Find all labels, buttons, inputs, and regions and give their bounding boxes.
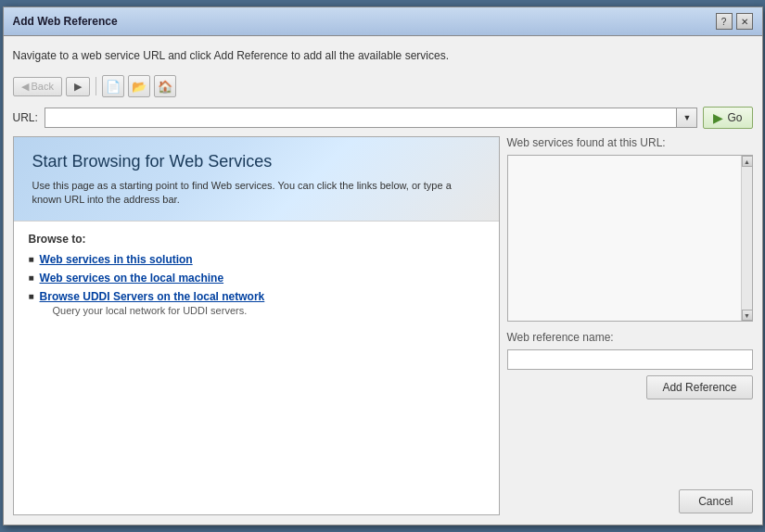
browse-heading: Start Browsing for Web Services — [32, 152, 480, 171]
cancel-button[interactable]: Cancel — [679, 489, 752, 513]
home-icon-button[interactable]: 🏠 — [154, 75, 176, 97]
ref-name-input[interactable] — [507, 349, 753, 370]
scroll-track — [742, 167, 753, 310]
toolbar-separator — [96, 77, 96, 95]
browse-link-item-2: ■ Web services on the local machine — [29, 272, 484, 285]
scroll-up-button[interactable]: ▲ — [742, 156, 753, 167]
back-arrow-icon: ◀ — [21, 81, 29, 93]
services-textarea: ▲ ▼ — [507, 155, 753, 322]
go-button[interactable]: ▶ Go — [703, 107, 752, 129]
browse-panel: Start Browsing for Web Services Use this… — [13, 136, 500, 515]
cancel-label: Cancel — [698, 495, 733, 508]
dropdown-chevron-icon: ▼ — [683, 113, 692, 122]
browse-description: Use this page as a starting point to fin… — [32, 179, 480, 208]
folder-icon: 📂 — [132, 80, 147, 94]
services-text-content — [508, 156, 741, 321]
browse-link-item-1: ■ Web services in this solution — [29, 253, 484, 266]
bullet-icon-3: ■ — [29, 291, 34, 301]
toolbar: ◀ Back ▶ 📄 📂 🏠 — [13, 73, 753, 99]
browse-body: Browse to: ■ Web services in this soluti… — [14, 222, 499, 514]
bullet-icon-1: ■ — [29, 254, 34, 264]
url-dropdown-arrow[interactable]: ▼ — [677, 108, 697, 128]
page-icon: 📄 — [106, 80, 121, 94]
bottom-buttons: Cancel — [507, 484, 753, 515]
dialog-content: Navigate to a web service URL and click … — [4, 36, 762, 525]
url-input[interactable] — [45, 108, 678, 128]
page-icon-button[interactable]: 📄 — [102, 75, 124, 97]
browse-link-wrapper-1: Web services in this solution — [40, 253, 193, 266]
home-icon: 🏠 — [158, 80, 172, 94]
forward-button[interactable]: ▶ — [66, 77, 90, 96]
browse-link-local-machine[interactable]: Web services on the local machine — [40, 272, 224, 285]
right-panel: Web services found at this URL: ▲ ▼ Web … — [507, 136, 753, 515]
back-button[interactable]: ◀ Back — [13, 77, 62, 96]
browse-link-uddi[interactable]: Browse UDDI Servers on the local network — [40, 290, 265, 303]
go-label: Go — [727, 111, 742, 124]
back-label: Back — [32, 81, 54, 92]
dialog-title: Add Web Reference — [13, 15, 118, 28]
close-button[interactable]: ✕ — [736, 13, 753, 30]
browse-link-sub-3: Query your local network for UDDI server… — [53, 305, 265, 316]
help-button[interactable]: ? — [716, 13, 733, 30]
browse-link-wrapper-3: Browse UDDI Servers on the local network… — [40, 290, 265, 316]
bullet-icon-2: ■ — [29, 272, 34, 283]
instruction-text: Navigate to a web service URL and click … — [13, 45, 753, 66]
url-label: URL: — [13, 111, 39, 124]
forward-icon: ▶ — [74, 81, 82, 93]
browse-to-label: Browse to: — [29, 233, 484, 246]
url-input-wrapper: ▼ — [45, 108, 698, 128]
browse-panel-header: Start Browsing for Web Services Use this… — [14, 137, 499, 222]
url-row: URL: ▼ ▶ Go — [13, 107, 753, 129]
services-label: Web services found at this URL: — [507, 136, 753, 149]
add-reference-button[interactable]: Add Reference — [646, 375, 752, 399]
folder-icon-button[interactable]: 📂 — [128, 75, 150, 97]
title-bar: Add Web Reference ? ✕ — [4, 7, 762, 36]
scroll-down-button[interactable]: ▼ — [742, 310, 753, 321]
title-bar-buttons: ? ✕ — [716, 13, 753, 30]
browse-link-solution[interactable]: Web services in this solution — [40, 253, 193, 266]
browse-link-wrapper-2: Web services on the local machine — [40, 272, 224, 285]
go-arrow-icon: ▶ — [713, 110, 723, 125]
browse-link-item-3: ■ Browse UDDI Servers on the local netwo… — [29, 290, 484, 316]
add-ref-label: Add Reference — [662, 381, 736, 394]
ref-name-label: Web reference name: — [507, 331, 753, 344]
services-scrollbar: ▲ ▼ — [741, 156, 752, 321]
main-panels: Start Browsing for Web Services Use this… — [13, 136, 753, 515]
add-web-reference-dialog: Add Web Reference ? ✕ Navigate to a web … — [3, 6, 763, 526]
spacer — [507, 405, 753, 478]
